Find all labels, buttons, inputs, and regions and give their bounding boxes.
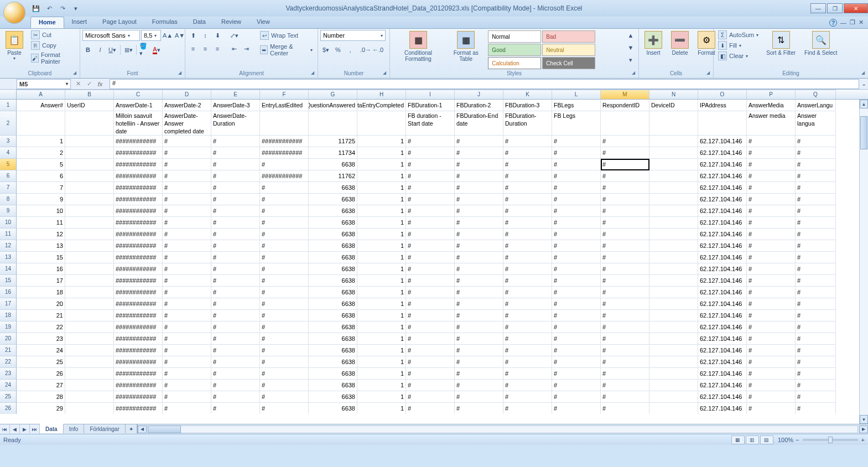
cell[interactable]: # [552,333,601,345]
cell[interactable]: 62.127.104.146 [698,380,747,391]
cell[interactable]: # [503,194,552,205]
cell[interactable]: ############ [114,182,163,194]
save-icon[interactable]: 💾 [30,3,41,14]
sheet-tab-info[interactable]: Info [64,424,85,433]
row-header[interactable]: 20 [0,333,17,345]
cell[interactable]: # [747,263,796,275]
cell[interactable]: # [601,217,649,229]
row-header[interactable]: 9 [0,205,17,217]
row-header[interactable]: 7 [0,182,17,194]
cell[interactable]: # [260,345,309,356]
cell[interactable]: # [601,147,649,159]
cell[interactable]: # [455,217,503,229]
row-header[interactable]: 17 [0,298,17,310]
cell[interactable]: Answer langua [796,111,836,136]
cell[interactable]: # [552,263,601,275]
cell[interactable]: FBLegs [552,100,601,111]
cell[interactable]: # [747,170,796,182]
cell[interactable]: # [552,356,601,368]
cell[interactable]: 1 [357,391,406,403]
cell[interactable]: # [552,136,601,147]
cell[interactable]: # [163,147,211,159]
row-header[interactable]: 2 [0,111,17,136]
cell[interactable] [649,345,698,356]
cell[interactable]: # [260,229,309,240]
cell[interactable]: 1 [357,345,406,356]
cell[interactable]: # [552,391,601,403]
fx-icon[interactable]: fx [95,79,105,89]
clear-button[interactable]: ◧Clear▾ [716,51,761,61]
cell[interactable]: # [163,345,211,356]
cell[interactable]: # [455,333,503,345]
cell[interactable]: # [747,287,796,298]
cell[interactable] [17,111,65,136]
cell[interactable]: # [455,356,503,368]
italic-button[interactable]: I [95,44,106,55]
column-header-B[interactable]: B [65,90,114,99]
cell[interactable]: Answer media [747,111,796,136]
sheet-tab-data[interactable]: Data [40,424,64,433]
cell[interactable]: # [796,205,836,217]
cell[interactable]: 1 [357,356,406,368]
cell[interactable]: 6638 [309,194,357,205]
bold-button[interactable]: B [82,44,93,55]
cell[interactable]: # [601,182,649,194]
cell[interactable]: # [406,275,455,287]
cell[interactable]: # [406,287,455,298]
cell[interactable]: # [552,287,601,298]
cell[interactable]: # [503,263,552,275]
cell[interactable] [65,205,114,217]
cell[interactable] [65,298,114,310]
cell[interactable]: # [747,275,796,287]
cell[interactable]: AnswerMedia [747,100,796,111]
cell[interactable]: 6638 [309,287,357,298]
cell[interactable] [649,170,698,182]
cell[interactable]: # [211,217,260,229]
cell[interactable]: # [552,182,601,194]
cell[interactable]: # [406,345,455,356]
office-button[interactable] [3,2,25,24]
cell[interactable] [65,229,114,240]
cell[interactable]: FB duration - Start date [406,111,455,136]
cell[interactable]: # [406,356,455,368]
cell[interactable]: # [163,403,211,414]
cell[interactable]: # [552,298,601,310]
vertical-scrollbar[interactable]: ▲ ▼ [859,100,868,424]
cell[interactable]: # [211,356,260,368]
cell[interactable] [649,229,698,240]
row-header[interactable]: 8 [0,194,17,205]
cell[interactable]: 1 [357,380,406,391]
increase-indent-icon[interactable]: ⇥ [241,43,252,54]
cell[interactable]: # [163,321,211,333]
cell[interactable]: # [747,147,796,159]
cell[interactable]: # [503,217,552,229]
cell[interactable]: Milloin saavuit hotelliin - Answer date [114,111,163,136]
cell[interactable]: 1 [357,240,406,252]
zoom-out-icon[interactable]: − [796,437,799,443]
cell[interactable]: # [601,391,649,403]
cell[interactable]: 1 [357,229,406,240]
cell[interactable]: ############ [114,321,163,333]
row-header[interactable]: 1 [0,100,17,111]
cell[interactable] [649,298,698,310]
cell[interactable]: # [796,170,836,182]
decrease-decimal-icon[interactable]: ←.0 [372,44,383,55]
cell[interactable]: 6638 [309,182,357,194]
cell[interactable]: # [406,403,455,414]
underline-button[interactable]: U▾ [107,44,118,55]
cell[interactable]: 62.127.104.146 [698,368,747,380]
cell[interactable]: # [796,391,836,403]
cell[interactable]: 6638 [309,252,357,263]
cell[interactable]: # [211,182,260,194]
cell[interactable]: # [796,403,836,414]
cell[interactable]: 62.127.104.146 [698,391,747,403]
cell[interactable]: # [796,380,836,391]
cell[interactable]: ############ [114,356,163,368]
cell[interactable]: # [503,229,552,240]
hscroll-thumb[interactable] [148,426,181,433]
cell[interactable]: # [406,321,455,333]
cell[interactable]: # [455,403,503,414]
cell[interactable]: # [163,275,211,287]
cell[interactable]: # [163,310,211,321]
cell[interactable]: 1 [357,147,406,159]
